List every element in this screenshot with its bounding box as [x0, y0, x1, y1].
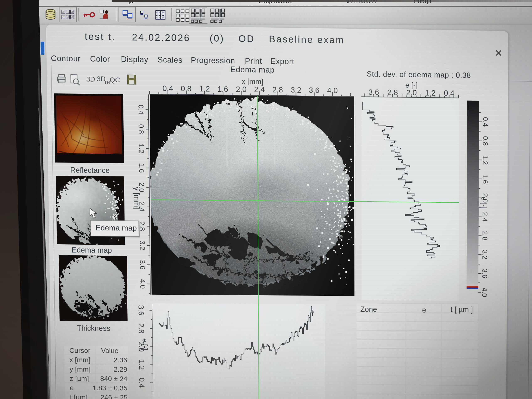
svg-text:3D: 3D — [86, 75, 95, 83]
svg-text:QC: QC — [110, 76, 120, 84]
svg-text:TH: TH — [104, 80, 110, 85]
